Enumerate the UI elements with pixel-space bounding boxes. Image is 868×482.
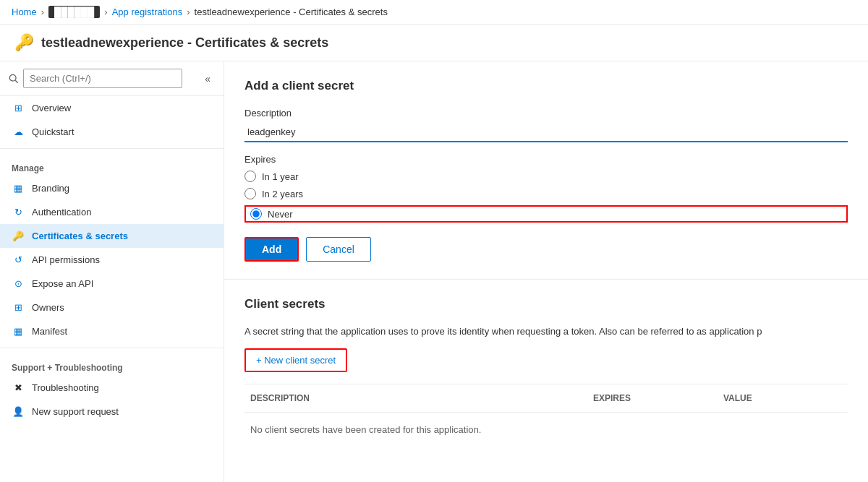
- page-header: 🔑 testleadnewexperience - Certificates &…: [0, 25, 868, 61]
- api-permissions-icon: ↺: [12, 254, 25, 265]
- client-secrets-subtitle: A secret string that the application use…: [244, 326, 848, 337]
- troubleshooting-icon: ✖: [12, 382, 25, 393]
- description-input[interactable]: [244, 123, 848, 142]
- radio-2years-input[interactable]: [244, 188, 256, 199]
- sidebar-item-owners[interactable]: ⊞ Owners: [0, 296, 224, 319]
- radio-2years-label: In 2 years: [262, 189, 303, 199]
- client-secrets-section: Client secrets A secret string that the …: [224, 280, 868, 464]
- overview-icon: ⊞: [12, 103, 25, 113]
- add-secret-section: Add a client secret Description Expires …: [224, 61, 868, 280]
- support-request-label: New support request: [32, 406, 119, 417]
- owners-icon: ⊞: [12, 302, 25, 313]
- certificates-label: Certificates & secrets: [32, 231, 128, 241]
- breadcrumb-app-registrations[interactable]: App registrations: [112, 7, 183, 17]
- breadcrumb-tenant[interactable]: ██████: [48, 6, 100, 18]
- page-title: testleadnewexperience - Certificates & s…: [41, 35, 328, 51]
- breadcrumb-sep-1: ›: [41, 7, 44, 17]
- search-input[interactable]: [23, 69, 182, 88]
- radio-1year-label: In 1 year: [262, 171, 299, 182]
- radio-1year[interactable]: In 1 year: [244, 171, 848, 182]
- sidebar-item-expose-api[interactable]: ⊙ Expose an API: [0, 272, 224, 296]
- col-description: DESCRIPTION: [244, 390, 587, 406]
- overview-label: Overview: [32, 103, 71, 113]
- add-button[interactable]: Add: [244, 237, 299, 262]
- sidebar-item-certificates[interactable]: 🔑 Certificates & secrets: [0, 224, 224, 248]
- expose-api-icon: ⊙: [12, 278, 25, 289]
- expires-label: Expires: [244, 154, 848, 165]
- description-group: Description: [244, 108, 848, 142]
- sidebar-search-container: «: [0, 61, 224, 96]
- support-section-label: Support + Troubleshooting: [0, 353, 224, 376]
- breadcrumb-sep-2: ›: [104, 7, 107, 17]
- cancel-button[interactable]: Cancel: [306, 237, 371, 262]
- manifest-label: Manifest: [32, 326, 67, 337]
- collapse-button[interactable]: «: [200, 72, 215, 86]
- expose-api-label: Expose an API: [32, 278, 93, 289]
- sidebar-item-troubleshooting[interactable]: ✖ Troubleshooting: [0, 376, 224, 400]
- sidebar: « ⊞ Overview ☁ Quickstart Manage ▦ Brand…: [0, 61, 224, 482]
- new-client-secret-button[interactable]: + New client secret: [244, 348, 347, 372]
- col-value: VALUE: [718, 390, 848, 406]
- nav-divider-1: [0, 148, 224, 149]
- table-header: DESCRIPTION EXPIRES VALUE: [244, 384, 848, 413]
- svg-line-1: [15, 80, 18, 83]
- breadcrumb-sep-3: ›: [187, 7, 190, 17]
- branding-label: Branding: [32, 183, 69, 194]
- troubleshooting-label: Troubleshooting: [32, 382, 99, 393]
- description-label: Description: [244, 108, 848, 119]
- sidebar-item-overview[interactable]: ⊞ Overview: [0, 96, 224, 120]
- expires-group: Expires In 1 year In 2 years Never: [244, 154, 848, 223]
- radio-never-input[interactable]: [250, 208, 262, 220]
- add-secret-title: Add a client secret: [244, 79, 848, 93]
- quickstart-icon: ☁: [12, 126, 25, 137]
- breadcrumb-current: testleadnewexperience - Certificates & s…: [195, 7, 388, 17]
- breadcrumb: Home › ██████ › App registrations › test…: [0, 0, 868, 25]
- btn-group: Add Cancel: [244, 237, 848, 262]
- key-icon: 🔑: [14, 33, 34, 52]
- radio-1year-input[interactable]: [244, 171, 256, 182]
- certificates-icon: 🔑: [12, 231, 25, 241]
- client-secrets-title: Client secrets: [244, 297, 848, 311]
- manage-section-label: Manage: [0, 153, 224, 176]
- sidebar-item-quickstart[interactable]: ☁ Quickstart: [0, 120, 224, 144]
- owners-label: Owners: [32, 302, 64, 313]
- svg-point-0: [9, 74, 16, 81]
- sidebar-item-branding[interactable]: ▦ Branding: [0, 176, 224, 200]
- radio-never-label: Never: [268, 209, 293, 220]
- breadcrumb-home[interactable]: Home: [12, 7, 37, 17]
- authentication-icon: ↻: [12, 207, 25, 218]
- radio-2years[interactable]: In 2 years: [244, 188, 848, 199]
- search-icon: [9, 74, 19, 84]
- radio-never-wrapper: Never: [244, 205, 848, 223]
- sidebar-item-manifest[interactable]: ▦ Manifest: [0, 319, 224, 343]
- quickstart-label: Quickstart: [32, 126, 75, 137]
- radio-group: In 1 year In 2 years Never: [244, 171, 848, 223]
- sidebar-item-support-request[interactable]: 👤 New support request: [0, 400, 224, 423]
- support-request-icon: 👤: [12, 406, 25, 417]
- table-empty-message: No client secrets have been created for …: [244, 413, 848, 447]
- col-expires: EXPIRES: [587, 390, 718, 406]
- authentication-label: Authentication: [32, 207, 91, 218]
- main-content: Add a client secret Description Expires …: [224, 61, 868, 482]
- sidebar-item-authentication[interactable]: ↻ Authentication: [0, 200, 224, 224]
- radio-never[interactable]: Never: [250, 208, 293, 220]
- sidebar-nav: ⊞ Overview ☁ Quickstart Manage ▦ Brandin…: [0, 96, 224, 482]
- sidebar-item-api-permissions[interactable]: ↺ API permissions: [0, 248, 224, 272]
- nav-divider-2: [0, 348, 224, 348]
- api-permissions-label: API permissions: [32, 254, 100, 265]
- main-layout: « ⊞ Overview ☁ Quickstart Manage ▦ Brand…: [0, 61, 868, 482]
- manifest-icon: ▦: [12, 326, 25, 337]
- branding-icon: ▦: [12, 183, 25, 194]
